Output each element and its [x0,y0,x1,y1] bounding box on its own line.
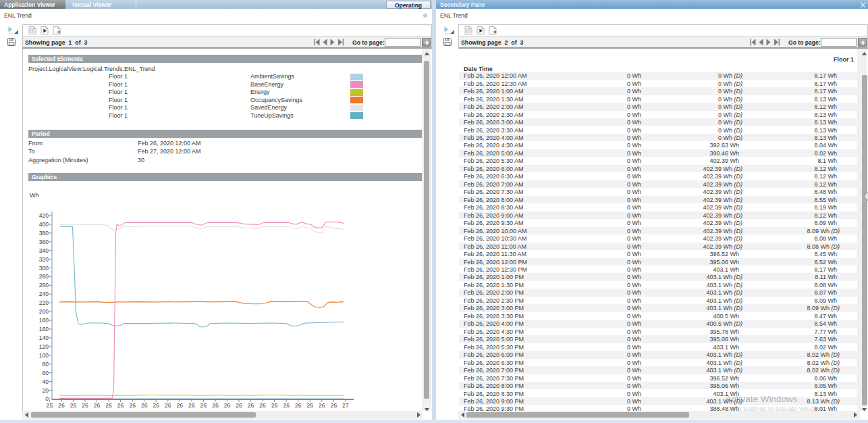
svg-text:26: 26 [117,402,124,409]
svg-text:26: 26 [283,402,290,409]
svg-text:0: 0 [45,395,49,402]
svg-text:180: 180 [39,317,49,324]
svg-text:360: 360 [39,239,49,245]
svg-text:26: 26 [271,402,278,409]
svg-text:300: 300 [39,265,49,272]
svg-text:260: 260 [39,282,49,289]
svg-text:140: 140 [39,334,49,341]
svg-text:26: 26 [129,402,136,409]
svg-text:26: 26 [188,402,195,409]
svg-text:60: 60 [42,370,49,376]
svg-text:26: 26 [224,402,231,409]
svg-text:26: 26 [331,402,337,409]
svg-text:20: 20 [42,387,49,394]
svg-text:26: 26 [248,402,254,409]
svg-text:100: 100 [39,352,49,359]
svg-text:320: 320 [39,256,49,263]
svg-text:160: 160 [39,326,49,332]
svg-text:120: 120 [39,343,49,350]
svg-text:26: 26 [70,402,77,409]
svg-text:220: 220 [39,299,49,306]
svg-text:40: 40 [42,378,49,385]
svg-text:26: 26 [58,402,65,409]
svg-text:26: 26 [105,402,112,409]
svg-text:26: 26 [319,402,325,409]
svg-text:26: 26 [200,402,207,409]
svg-text:240: 240 [39,291,49,297]
svg-text:26: 26 [212,402,219,409]
svg-text:26: 26 [259,402,266,409]
svg-text:27: 27 [342,402,349,409]
svg-text:26: 26 [82,402,88,409]
svg-text:280: 280 [39,273,49,280]
svg-text:400: 400 [39,221,49,228]
svg-text:340: 340 [39,247,49,254]
svg-text:80: 80 [42,361,49,368]
svg-text:26: 26 [177,402,184,409]
svg-text:26: 26 [295,402,302,409]
svg-text:26: 26 [307,402,314,409]
svg-text:26: 26 [141,402,148,409]
svg-text:200: 200 [39,308,49,315]
svg-text:26: 26 [165,402,171,409]
svg-text:26: 26 [236,402,242,409]
svg-text:26: 26 [94,402,101,409]
svg-text:380: 380 [39,230,49,237]
svg-text:25: 25 [47,402,53,409]
svg-text:420: 420 [39,212,49,219]
svg-text:26: 26 [153,402,160,409]
